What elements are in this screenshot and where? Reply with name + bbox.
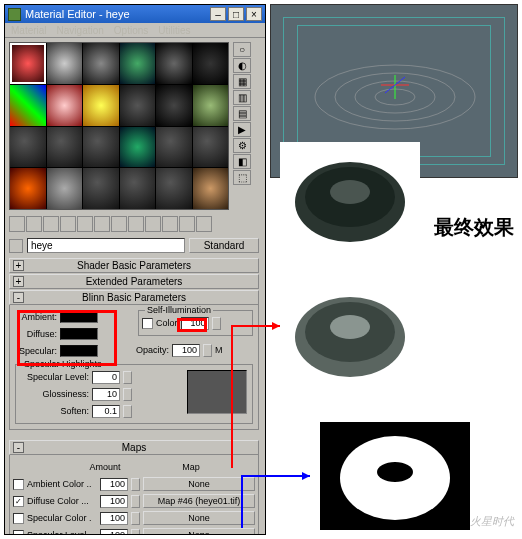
material-slot[interactable] [83,85,119,126]
material-slot[interactable] [47,168,83,209]
titlebar[interactable]: Material Editor - heye – □ × [5,5,265,23]
spec-level-spinner[interactable]: 0 [92,371,120,384]
map-slot-button[interactable]: Map #46 (heye01.tif) [143,494,255,508]
glossiness-spinner[interactable]: 10 [92,388,120,401]
map-amount-spinner[interactable]: 100 [100,495,128,508]
show-map-icon[interactable] [145,216,161,232]
preview-icon[interactable]: ▶ [233,122,251,137]
material-name-input[interactable] [27,238,185,253]
rollup-header[interactable]: +Extended Parameters [9,274,259,289]
material-slot[interactable] [10,168,46,209]
color-checkbox[interactable] [142,318,153,329]
svg-point-12 [330,315,370,339]
map-row: Ambient Color ..100None [13,476,255,492]
assign-material-icon[interactable] [43,216,59,232]
material-sample-grid [9,42,229,210]
select-by-mat-icon[interactable]: ◧ [233,154,251,169]
rollup-header[interactable]: -Maps [9,440,259,455]
put-material-icon[interactable] [26,216,42,232]
material-slot[interactable] [193,85,229,126]
material-slot[interactable] [83,168,119,209]
map-amount-spinner[interactable]: 100 [100,529,128,535]
map-slot-button[interactable]: None [143,511,255,525]
map-amount-spinner[interactable]: 100 [100,512,128,525]
reset-map-icon[interactable] [60,216,76,232]
spinner-arrows[interactable] [212,317,221,330]
map-slot-button[interactable]: None [143,477,255,491]
menu-options[interactable]: Options [114,25,148,35]
material-slot[interactable] [47,43,83,84]
material-slot[interactable] [47,127,83,168]
make-copy-icon[interactable] [77,216,93,232]
make-unique-icon[interactable] [94,216,110,232]
put-library-icon[interactable] [111,216,127,232]
video-check-icon[interactable]: ▤ [233,106,251,121]
spinner-arrows[interactable] [203,344,212,357]
specular-label: Specular: [13,346,57,356]
minimize-button[interactable]: – [210,7,226,21]
menu-navigation[interactable]: Navigation [57,25,104,35]
specular-swatch[interactable] [60,345,98,357]
diffuse-swatch[interactable] [60,328,98,340]
cn-caption: 最终效果 [434,214,514,241]
go-parent-icon[interactable] [179,216,195,232]
options-icon[interactable]: ⚙ [233,138,251,153]
material-slot[interactable] [193,127,229,168]
soften-spinner[interactable]: 0.1 [92,405,120,418]
material-slot[interactable] [156,43,192,84]
map-label: Specular Color . [27,513,97,523]
ambient-swatch[interactable] [60,311,98,323]
menu-utilities[interactable]: Utilities [158,25,190,35]
material-editor-window: Material Editor - heye – □ × Material Na… [4,4,266,535]
color-spinner[interactable]: 100 [181,317,209,330]
map-amount-spinner[interactable]: 100 [100,478,128,491]
opacity-spinner[interactable]: 100 [172,344,200,357]
svg-point-14 [377,462,413,482]
material-slot[interactable] [120,43,156,84]
map-slot-button[interactable]: None [143,528,255,534]
go-forward-icon[interactable] [196,216,212,232]
material-slot[interactable] [193,168,229,209]
material-slot[interactable] [120,168,156,209]
material-slot[interactable] [156,85,192,126]
map-row: Specular Level .100None [13,527,255,534]
material-slot[interactable] [156,127,192,168]
material-slot[interactable] [120,127,156,168]
rollup-blinn: -Blinn Basic Parameters Ambient: Diffuse… [9,290,259,430]
material-slot[interactable] [83,43,119,84]
map-checkbox[interactable] [13,513,24,524]
maximize-button[interactable]: □ [228,7,244,21]
annotation-arrow-red [230,320,290,472]
map-checkbox[interactable]: ✓ [13,496,24,507]
map-checkbox[interactable] [13,530,24,535]
close-button[interactable]: × [246,7,262,21]
material-slot[interactable] [47,85,83,126]
right-panel: 最终效果 火星时代 [270,4,518,535]
rollup-header[interactable]: +Shader Basic Parameters [9,258,259,273]
material-id-icon[interactable] [128,216,144,232]
pick-material-icon[interactable] [9,239,23,253]
background-icon[interactable]: ▦ [233,74,251,89]
material-slot[interactable] [10,85,46,126]
material-slot[interactable] [83,127,119,168]
sample-uv-icon[interactable]: ▥ [233,90,251,105]
ambient-label: Ambient: [13,312,57,322]
show-result-icon[interactable] [162,216,178,232]
material-slot[interactable] [193,43,229,84]
menu-material[interactable]: Material [11,25,47,35]
editor-body: ○ ◐ ▦ ▥ ▤ ▶ ⚙ ◧ ⬚ Standard [5,38,265,534]
mat-map-nav-icon[interactable]: ⬚ [233,170,251,185]
material-slot[interactable] [10,127,46,168]
rollup-header[interactable]: -Blinn Basic Parameters [9,290,259,305]
material-slot[interactable] [156,168,192,209]
backlight-icon[interactable]: ◐ [233,58,251,73]
rollup-extended: +Extended Parameters [9,274,259,289]
get-material-icon[interactable] [9,216,25,232]
map-checkbox[interactable] [13,479,24,490]
material-slot[interactable] [120,85,156,126]
map-label: Diffuse Color ... [27,496,97,506]
material-slot[interactable] [10,43,46,84]
sample-type-icon[interactable]: ○ [233,42,251,57]
window-title: Material Editor - heye [25,8,208,20]
material-type-button[interactable]: Standard [189,238,259,253]
